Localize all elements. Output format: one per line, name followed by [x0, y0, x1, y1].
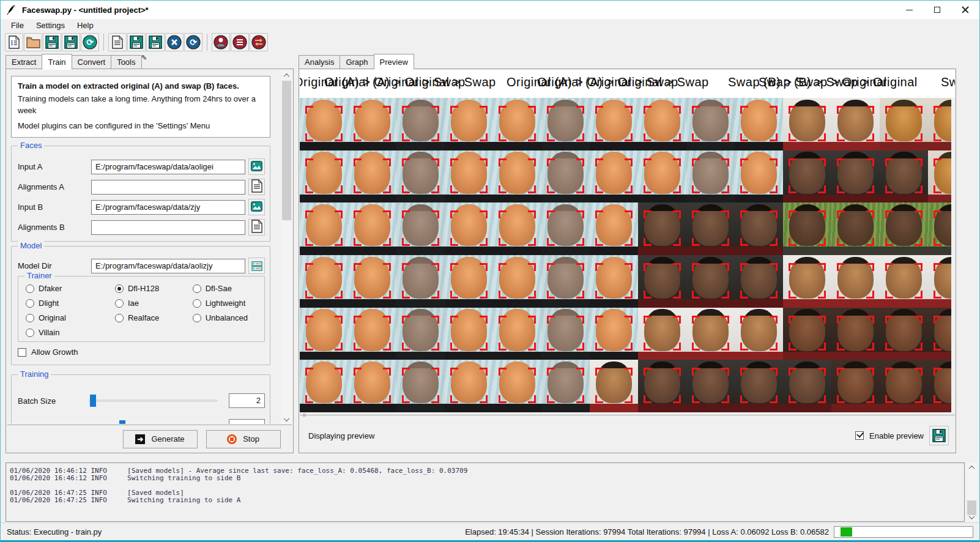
- input-a-input[interactable]: [91, 160, 245, 174]
- task-save-button[interactable]: [127, 33, 146, 51]
- left-tab-convert[interactable]: Convert: [72, 55, 112, 69]
- face-bracket-corner: [499, 368, 507, 376]
- clipped-slider-handle[interactable]: [119, 420, 125, 424]
- stop-icon: [227, 434, 237, 444]
- clipped-value[interactable]: [229, 419, 265, 424]
- face-bracket-corner: [383, 158, 391, 166]
- stop-button[interactable]: Stop: [206, 430, 281, 448]
- extract-person-button[interactable]: [212, 33, 230, 51]
- face-bracket-corner: [644, 395, 651, 403]
- project-save-icon: [45, 35, 59, 49]
- trainer-radio-dlight[interactable]: Dlight: [26, 299, 115, 308]
- convert-shuffle-button[interactable]: [250, 33, 268, 51]
- face-bracket-corner: [789, 291, 796, 299]
- face-bracket-corner: [770, 395, 778, 403]
- task-document-button[interactable]: [108, 33, 127, 51]
- train-list-button[interactable]: [231, 33, 249, 51]
- batch-size-slider-handle[interactable]: [90, 395, 96, 407]
- trainer-radio-iae[interactable]: Iae: [115, 299, 193, 308]
- console-scroll-up[interactable]: [967, 462, 977, 472]
- face-bracket-corner: [673, 106, 681, 114]
- face-bracket-corner: [528, 238, 536, 246]
- task-reload-button[interactable]: ⟳: [184, 33, 202, 51]
- face-bracket-corner: [480, 185, 488, 193]
- options-scrollbar[interactable]: [281, 70, 292, 424]
- allow-growth-checkbox[interactable]: [18, 348, 26, 357]
- task-save-as-button[interactable]: ✎: [146, 33, 165, 51]
- menu-settings[interactable]: Settings: [31, 20, 70, 31]
- enable-preview-checkbox[interactable]: [855, 431, 864, 440]
- face-bracket-corner: [450, 158, 458, 166]
- status-bar: Status: Executing - train.py Elapsed: 19…: [1, 522, 979, 540]
- face-bracket-corner: [625, 291, 633, 299]
- trainer-label-lightweight: Lightweight: [206, 299, 246, 308]
- trainer-radio-dfl-sae[interactable]: Dfl-Sae: [193, 284, 261, 293]
- face-bracket-corner: [335, 316, 343, 324]
- maximize-button[interactable]: [923, 1, 951, 19]
- face-bracket-corner: [383, 316, 391, 324]
- left-tab-tools[interactable]: Tools: [111, 55, 141, 69]
- scroll-down-button[interactable]: [281, 414, 292, 424]
- input-a-browse-button[interactable]: [248, 158, 265, 175]
- face-bracket-corner: [915, 158, 922, 166]
- scrollbar-thumb[interactable]: [282, 81, 291, 220]
- close-button[interactable]: [951, 1, 979, 19]
- face-bracket-corner: [305, 238, 313, 246]
- input-b-input[interactable]: [91, 200, 245, 215]
- trainer-radio-unbalanced[interactable]: Unbalanced: [193, 313, 261, 322]
- console-scroll-down[interactable]: [967, 512, 977, 522]
- model-dir-input[interactable]: [91, 259, 245, 273]
- batch-size-slider[interactable]: [89, 399, 218, 402]
- input-b-browse-button[interactable]: [248, 199, 265, 215]
- model-dir-browse-button[interactable]: [248, 258, 265, 274]
- face-bracket-corner: [934, 133, 941, 141]
- batch-size-label: Batch Size: [18, 396, 89, 406]
- trainer-radio-villain[interactable]: Villain: [26, 328, 115, 337]
- left-tab-train[interactable]: Train: [42, 54, 72, 70]
- menu-file[interactable]: File: [6, 20, 29, 31]
- face-bracket-corner: [673, 158, 681, 166]
- task-close-button[interactable]: [165, 33, 184, 51]
- project-save-as-button[interactable]: ✎: [62, 33, 80, 51]
- minimize-button[interactable]: [895, 1, 923, 19]
- right-tab-preview[interactable]: Preview: [374, 54, 414, 70]
- trainer-radio-realface[interactable]: Realface: [115, 313, 193, 322]
- right-tab-analysis[interactable]: Analysis: [299, 55, 340, 69]
- alignments-a-input[interactable]: [91, 180, 245, 195]
- trainer-radio-dfl-h128[interactable]: Dfl-H128: [115, 284, 193, 293]
- face-bracket-corner: [789, 133, 796, 141]
- face-bracket-corner: [915, 238, 922, 246]
- generate-button[interactable]: ➜ Generate: [123, 430, 198, 448]
- toolbar-group-2: ✎⟳: [108, 33, 202, 51]
- project-open-folder-button[interactable]: [24, 33, 42, 51]
- sash-handle[interactable]: [303, 414, 306, 417]
- scroll-up-button[interactable]: [281, 70, 292, 80]
- batch-size-value[interactable]: 2: [229, 393, 265, 408]
- face-bracket-corner: [383, 343, 391, 351]
- alignments-a-browse-button[interactable]: [248, 179, 265, 195]
- trainer-radio-original[interactable]: Original: [26, 313, 115, 322]
- save-preview-button[interactable]: [929, 426, 949, 445]
- console-log[interactable]: 01/06/2020 16:46:12 INFO [Saved models] …: [6, 462, 965, 522]
- console-scrollbar[interactable]: [967, 462, 977, 522]
- project-reload-button[interactable]: ⟳: [81, 33, 99, 51]
- face-bracket-corner: [692, 343, 700, 351]
- face-bracket-corner: [673, 238, 681, 246]
- face-bracket-corner: [354, 106, 362, 114]
- trainer-radio-dfaker[interactable]: Dfaker: [26, 284, 115, 293]
- face-bracket-corner: [383, 291, 391, 299]
- alignments-b-browse-button[interactable]: [248, 219, 265, 236]
- project-new-button[interactable]: [5, 33, 23, 51]
- preview-face-cell: [928, 150, 951, 203]
- trainer-radio-lightweight[interactable]: Lightweight: [193, 299, 261, 308]
- face-bracket-corner: [625, 210, 633, 218]
- alignments-b-input[interactable]: [91, 220, 245, 235]
- face-bracket-corner: [480, 395, 488, 403]
- right-tab-graph[interactable]: Graph: [340, 55, 374, 69]
- face-bracket-corner: [818, 106, 826, 114]
- menu-help[interactable]: Help: [72, 20, 99, 31]
- left-tab-extract[interactable]: Extract: [6, 55, 42, 69]
- preview-face-cell: [590, 255, 638, 308]
- project-save-button[interactable]: [43, 33, 61, 51]
- face-bracket-corner: [789, 158, 796, 166]
